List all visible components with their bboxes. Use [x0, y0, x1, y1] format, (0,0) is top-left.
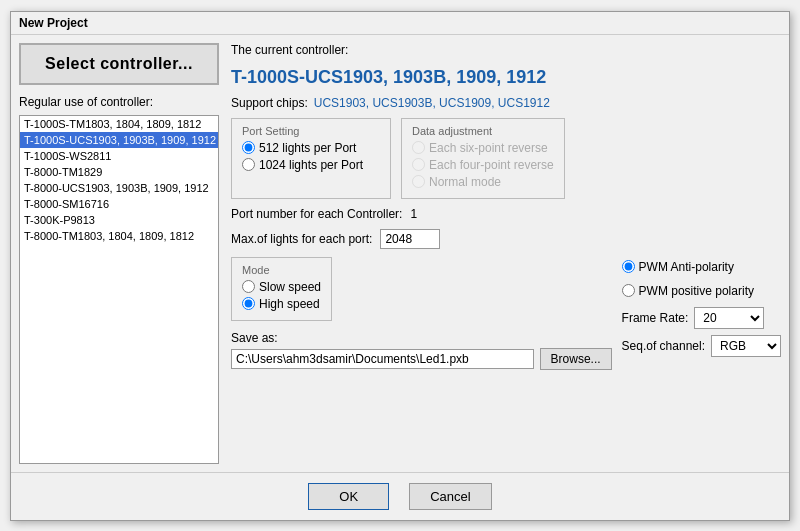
controller-list-item[interactable]: T-300K-P9813 — [20, 212, 218, 228]
current-controller-label: The current controller: — [231, 43, 781, 57]
port-setting-option2-row: 1024 lights per Port — [242, 158, 380, 172]
bottom-section: Mode Slow speed High speed Save as: — [231, 257, 781, 370]
data-adj-normal-radio[interactable] — [412, 175, 425, 188]
save-as-section: Save as: C:\Users\ahm3dsamir\Documents\L… — [231, 331, 612, 370]
new-project-dialog: New Project Select controller... Regular… — [10, 11, 790, 521]
mode-slow-radio[interactable] — [242, 280, 255, 293]
pwm-options: PWM Anti-polarity PWM positive polarity — [622, 257, 781, 301]
port-setting-option1-row: 512 lights per Port — [242, 141, 380, 155]
port-512-label: 512 lights per Port — [259, 141, 356, 155]
current-controller-name: T-1000S-UCS1903, 1903B, 1909, 1912 — [231, 67, 781, 88]
port-1024-label: 1024 lights per Port — [259, 158, 363, 172]
left-panel: Select controller... Regular use of cont… — [19, 43, 219, 464]
controller-list-item[interactable]: T-1000S-WS2811 — [20, 148, 218, 164]
controller-list-item[interactable]: T-8000-TM1829 — [20, 164, 218, 180]
support-chips-value: UCS1903, UCS1903B, UCS1909, UCS1912 — [314, 96, 550, 110]
controller-list-item[interactable]: T-1000S-UCS1903, 1903B, 1909, 1912 — [20, 132, 218, 148]
right-panel: The current controller: T-1000S-UCS1903,… — [231, 43, 781, 464]
settings-row: Port Setting 512 lights per Port 1024 li… — [231, 118, 781, 199]
ok-button[interactable]: OK — [308, 483, 389, 510]
cancel-button[interactable]: Cancel — [409, 483, 491, 510]
dialog-body: Select controller... Regular use of cont… — [11, 35, 789, 472]
select-controller-button[interactable]: Select controller... — [19, 43, 219, 85]
pwm-anti-row: PWM Anti-polarity — [622, 260, 781, 274]
mode-title: Mode — [242, 264, 321, 276]
seq-channel-select[interactable]: RGBRBGGRBGBRBRGBGR — [711, 335, 781, 357]
data-adj-option1-row: Each six-point reverse — [412, 141, 554, 155]
dialog-footer: OK Cancel — [11, 472, 789, 520]
data-adj-four-label: Each four-point reverse — [429, 158, 554, 172]
pwm-positive-radio[interactable] — [622, 284, 635, 297]
port-number-value: 1 — [410, 207, 417, 221]
max-lights-row: Max.of lights for each port: 2048 — [231, 229, 781, 249]
mode-high-row: High speed — [242, 297, 321, 311]
controller-list-item[interactable]: T-8000-UCS1903, 1903B, 1909, 1912 — [20, 180, 218, 196]
mode-high-label: High speed — [259, 297, 320, 311]
port-setting-title: Port Setting — [242, 125, 380, 137]
pwm-positive-row: PWM positive polarity — [622, 284, 781, 298]
port-setting-box: Port Setting 512 lights per Port 1024 li… — [231, 118, 391, 199]
save-as-input[interactable]: C:\Users\ahm3dsamir\Documents\Led1.pxb — [231, 349, 534, 369]
pwm-anti-label: PWM Anti-polarity — [639, 260, 734, 274]
controller-list-item[interactable]: T-1000S-TM1803, 1804, 1809, 1812 — [20, 116, 218, 132]
port-512-radio[interactable] — [242, 141, 255, 154]
save-as-row: C:\Users\ahm3dsamir\Documents\Led1.pxb B… — [231, 348, 612, 370]
save-as-label: Save as: — [231, 331, 612, 345]
bottom-left: Mode Slow speed High speed Save as: — [231, 257, 612, 370]
bottom-right: PWM Anti-polarity PWM positive polarity … — [622, 257, 781, 357]
controller-list-item[interactable]: T-8000-SM16716 — [20, 196, 218, 212]
mode-slow-label: Slow speed — [259, 280, 321, 294]
data-adj-normal-label: Normal mode — [429, 175, 501, 189]
max-lights-input[interactable]: 2048 — [380, 229, 440, 249]
browse-button[interactable]: Browse... — [540, 348, 612, 370]
controller-list-item[interactable]: T-8000-TM1803, 1804, 1809, 1812 — [20, 228, 218, 244]
seq-channel-row: Seq.of channel: RGBRBGGRBGBRBRGBGR — [622, 335, 781, 357]
support-chips-row: Support chips: UCS1903, UCS1903B, UCS190… — [231, 96, 781, 110]
pwm-positive-label: PWM positive polarity — [639, 284, 754, 298]
seq-channel-label: Seq.of channel: — [622, 339, 705, 353]
frame-rate-row: Frame Rate: 20253050 — [622, 307, 781, 329]
mode-slow-row: Slow speed — [242, 280, 321, 294]
data-adj-four-radio[interactable] — [412, 158, 425, 171]
max-lights-label: Max.of lights for each port: — [231, 232, 372, 246]
regular-use-label: Regular use of controller: — [19, 95, 219, 109]
controller-list: T-1000S-TM1803, 1804, 1809, 1812T-1000S-… — [19, 115, 219, 464]
port-number-row: Port number for each Controller: 1 — [231, 207, 781, 221]
pwm-anti-radio[interactable] — [622, 260, 635, 273]
data-adj-option2-row: Each four-point reverse — [412, 158, 554, 172]
mode-box: Mode Slow speed High speed — [231, 257, 332, 321]
dialog-title: New Project — [19, 16, 88, 30]
frame-rate-select[interactable]: 20253050 — [694, 307, 764, 329]
port-1024-radio[interactable] — [242, 158, 255, 171]
data-adj-six-radio[interactable] — [412, 141, 425, 154]
frame-rate-label: Frame Rate: — [622, 311, 689, 325]
support-chips-label: Support chips: — [231, 96, 308, 110]
mode-high-radio[interactable] — [242, 297, 255, 310]
data-adj-six-label: Each six-point reverse — [429, 141, 548, 155]
dialog-titlebar: New Project — [11, 12, 789, 35]
data-adjustment-box: Data adjustment Each six-point reverse E… — [401, 118, 565, 199]
port-number-label: Port number for each Controller: — [231, 207, 402, 221]
data-adjustment-title: Data adjustment — [412, 125, 554, 137]
data-adj-option3-row: Normal mode — [412, 175, 554, 189]
